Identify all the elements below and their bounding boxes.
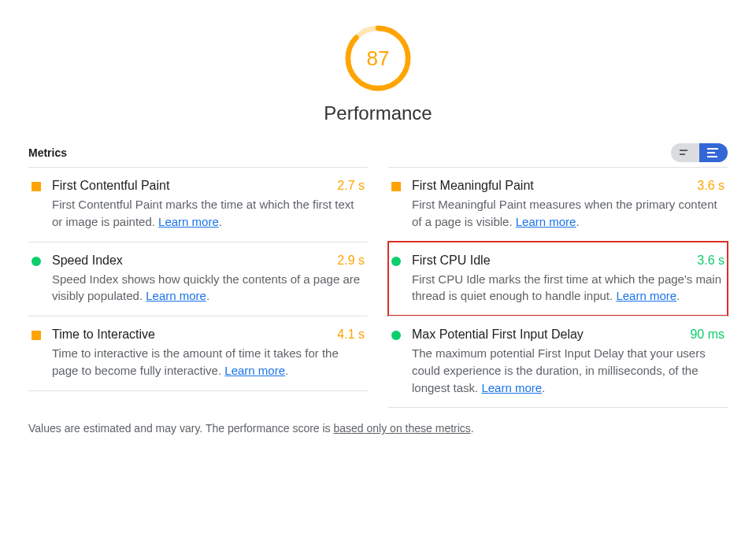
metric-description: First Meaningful Paint measures when the… <box>412 196 724 231</box>
metric-body: First Meaningful Paint3.6 sFirst Meaning… <box>412 179 724 231</box>
metric-name: Speed Index <box>52 253 123 268</box>
performance-gauge: 87 Performance <box>28 24 728 124</box>
metric-value: 3.6 s <box>697 179 724 193</box>
footer-link[interactable]: based only on these metrics <box>334 422 471 435</box>
svg-rect-5 <box>707 152 715 154</box>
learn-more-link[interactable]: Learn more <box>224 364 285 377</box>
metric-body: Speed Index2.9 sSpeed Index shows how qu… <box>52 253 365 305</box>
expanded-lines-icon <box>707 148 720 157</box>
learn-more-link[interactable]: Learn more <box>146 289 206 302</box>
status-pass-icon <box>32 257 41 266</box>
metric-body: First Contentful Paint2.7 sFirst Content… <box>52 179 365 231</box>
metric-name: First Contentful Paint <box>52 179 169 193</box>
metric-description: Speed Index shows how quickly the conten… <box>52 271 365 305</box>
learn-more-link[interactable]: Learn more <box>481 381 542 394</box>
gauge-title: Performance <box>324 102 432 124</box>
status-warn-icon <box>391 182 401 191</box>
metric-value: 3.6 s <box>697 253 724 268</box>
metric-value: 4.1 s <box>337 327 365 342</box>
view-compact-button[interactable] <box>671 143 699 162</box>
metric-value: 2.7 s <box>337 179 365 193</box>
svg-rect-6 <box>707 156 717 157</box>
metrics-heading: Metrics <box>28 146 67 159</box>
footer-note: Values are estimated and may vary. The p… <box>28 422 728 435</box>
compact-lines-icon <box>680 149 691 157</box>
metric-body: First CPU Idle3.6 sFirst CPU Idle marks … <box>412 253 724 305</box>
learn-more-link[interactable]: Learn more <box>616 289 676 302</box>
status-pass-icon <box>391 257 401 266</box>
footer-text: Values are estimated and may vary. The p… <box>28 422 334 435</box>
gauge-ring: 87 <box>343 24 413 93</box>
learn-more-link[interactable]: Learn more <box>158 215 219 228</box>
metric-row: First CPU Idle3.6 sFirst CPU Idle marks … <box>388 242 728 316</box>
metric-value: 90 ms <box>690 327 724 342</box>
metric-description: The maximum potential First Input Delay … <box>412 345 724 396</box>
metric-description: First Contentful Paint marks the time at… <box>52 196 365 231</box>
metrics-column-right: First Meaningful Paint3.6 sFirst Meaning… <box>388 167 728 408</box>
svg-rect-2 <box>680 150 687 151</box>
metric-row: First Contentful Paint2.7 sFirst Content… <box>28 167 368 242</box>
status-warn-icon <box>32 331 41 340</box>
metric-value: 2.9 s <box>337 253 365 268</box>
metric-row: Speed Index2.9 sSpeed Index shows how qu… <box>28 242 368 316</box>
status-pass-icon <box>391 331 401 340</box>
learn-more-link[interactable]: Learn more <box>516 215 576 228</box>
metrics-column-left: First Contentful Paint2.7 sFirst Content… <box>28 167 368 408</box>
svg-rect-4 <box>707 148 718 150</box>
gauge-score: 87 <box>343 24 413 93</box>
metric-row: Time to Interactive4.1 sTime to interact… <box>28 316 368 391</box>
metric-body: Time to Interactive4.1 sTime to interact… <box>52 327 365 379</box>
view-expanded-button[interactable] <box>699 143 728 162</box>
footer-text-end: . <box>471 422 474 435</box>
metric-name: Max Potential First Input Delay <box>412 327 584 342</box>
metric-name: First Meaningful Paint <box>412 179 534 193</box>
metric-description: First CPU Idle marks the first time at w… <box>412 271 724 305</box>
metric-body: Max Potential First Input Delay90 msThe … <box>412 327 724 396</box>
view-toggle <box>671 143 728 162</box>
metric-name: First CPU Idle <box>412 253 491 268</box>
metric-name: Time to Interactive <box>52 327 155 342</box>
svg-rect-3 <box>680 154 685 155</box>
metric-row: Max Potential First Input Delay90 msThe … <box>388 316 728 408</box>
metric-row: First Meaningful Paint3.6 sFirst Meaning… <box>388 167 728 242</box>
status-warn-icon <box>32 182 41 191</box>
metric-description: Time to interactive is the amount of tim… <box>52 345 365 379</box>
